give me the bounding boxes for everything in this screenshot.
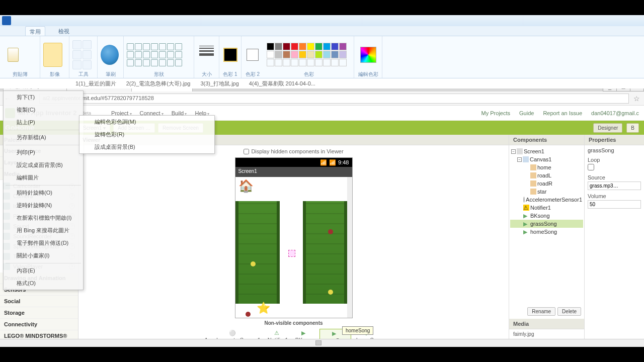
context-menu-item[interactable]: 格式(O): [4, 277, 83, 290]
shape-cell[interactable]: [127, 43, 134, 50]
shape-cell[interactable]: [143, 59, 150, 66]
blocks-button[interactable]: B: [626, 123, 639, 133]
shape-cell[interactable]: [151, 43, 158, 50]
shape-cell[interactable]: [135, 59, 142, 66]
color-swatch-empty[interactable]: [323, 59, 331, 66]
shape-cell[interactable]: [135, 43, 142, 50]
color-swatch[interactable]: [283, 51, 290, 58]
context-menu-item[interactable]: 貼上(P): [4, 116, 83, 129]
shape-cell[interactable]: [167, 43, 174, 50]
color2-swatch[interactable]: [247, 49, 259, 61]
recent-4[interactable]: 4(4)_螢幕剷取 2014-04-0...: [249, 80, 315, 87]
prop-loop-checkbox[interactable]: [588, 164, 594, 170]
shape-cell[interactable]: [175, 51, 182, 58]
color-palette[interactable]: [267, 43, 347, 66]
address-bar[interactable]: ai2.appinventor.mit.edu/#577282079771852…: [39, 94, 629, 104]
tree-grasssong[interactable]: grassSong: [530, 221, 557, 227]
color-swatch[interactable]: [315, 43, 323, 50]
color-swatch-empty[interactable]: [283, 59, 290, 66]
color-swatch[interactable]: [323, 51, 331, 58]
brush-button[interactable]: [101, 45, 119, 65]
edit-colors-button[interactable]: [360, 47, 376, 63]
color-swatch[interactable]: [291, 51, 298, 58]
tab-home[interactable]: 常用: [25, 26, 45, 36]
cat-connectivity[interactable]: Connectivity: [0, 319, 78, 330]
designer-button[interactable]: Designer: [593, 123, 622, 133]
shape-cell[interactable]: [159, 59, 166, 66]
tree-roadr[interactable]: roadR: [537, 180, 552, 187]
context-menu-item[interactable]: 電子郵件圖片傳送(D): [4, 237, 83, 249]
nonvisible-item[interactable]: ▶BKsong: [293, 329, 317, 339]
roadr-sprite[interactable]: [303, 201, 347, 304]
show-hidden-checkbox[interactable]: [244, 149, 249, 154]
color-swatch[interactable]: [299, 43, 306, 50]
color-swatch[interactable]: [307, 51, 314, 58]
color-swatch[interactable]: [307, 43, 314, 50]
tree-canvas1[interactable]: Canvas1: [530, 156, 551, 162]
color1-swatch[interactable]: [223, 48, 237, 62]
tab-view[interactable]: 檢視: [54, 26, 73, 36]
delete-button[interactable]: Delete: [557, 307, 581, 316]
context-menu-item[interactable]: 關於小畫家(I): [4, 249, 83, 262]
shape-cell[interactable]: [143, 51, 150, 58]
shape-cell[interactable]: [135, 51, 142, 58]
shape-cell[interactable]: [159, 43, 166, 50]
context-menu-item[interactable]: 另存新檔(A): [4, 131, 83, 144]
color-swatch[interactable]: [283, 43, 290, 50]
paint-app-icon[interactable]: [2, 16, 11, 25]
cat-lego[interactable]: LEGO® MINDSTORMS®: [0, 330, 78, 339]
shape-cell[interactable]: [175, 43, 182, 50]
color-swatch-empty[interactable]: [267, 59, 274, 66]
context-menu-item[interactable]: 編輯圖片: [4, 171, 83, 184]
select-button[interactable]: [43, 43, 62, 67]
shape-cell[interactable]: [151, 51, 158, 58]
shape-cell[interactable]: [167, 51, 174, 58]
cat-storage[interactable]: Storage: [0, 307, 78, 319]
context-menu-item[interactable]: 順時針旋轉(O): [4, 187, 83, 199]
tree-notifier[interactable]: Notifier1: [530, 205, 551, 211]
nonvisible-item[interactable]: ⚠Notifier1: [266, 329, 290, 339]
link-report[interactable]: Report an Issue: [543, 110, 582, 116]
prop-source-input[interactable]: [588, 182, 641, 190]
context-submenu-item[interactable]: 設成桌面背景(B): [79, 141, 214, 153]
color-swatch[interactable]: [339, 43, 347, 50]
context-submenu-item[interactable]: 旋轉色彩(R): [79, 128, 214, 141]
media-item-1[interactable]: faimly.jpg: [509, 329, 584, 339]
recent-2[interactable]: 2(2)_電流急急棒(大哥).jpg: [126, 80, 191, 87]
color-swatch-empty[interactable]: [331, 59, 339, 66]
tree-accel[interactable]: AccelerometerSensor1: [526, 197, 582, 203]
prop-volume-input[interactable]: [588, 200, 641, 209]
paste-button[interactable]: [3, 42, 23, 68]
canvas-selection[interactable]: [288, 250, 295, 257]
context-menu-item[interactable]: 列印(P): [4, 146, 83, 159]
context-menu-item[interactable]: 複製(C): [4, 104, 83, 116]
home-sprite[interactable]: 🏠: [238, 179, 254, 193]
tree-homesong[interactable]: homeSong: [530, 229, 557, 235]
context-submenu[interactable]: 編輯色彩色調(M)旋轉色彩(R)設成桌面背景(B): [79, 115, 215, 154]
color-swatch[interactable]: [267, 51, 274, 58]
shape-cell[interactable]: [151, 59, 158, 66]
nonvisible-item[interactable]: ⚪AccelerometerSensor1: [202, 329, 263, 339]
color-swatch[interactable]: [275, 51, 282, 58]
context-menu-item[interactable]: 在新索引標籤中開啟(I): [4, 212, 83, 224]
color-swatch[interactable]: [331, 43, 339, 50]
recent-1[interactable]: 1(1)_最近的圖片: [75, 80, 116, 87]
context-menu-item[interactable]: 設定成桌面背景(B): [4, 159, 83, 171]
shape-cell[interactable]: [143, 43, 150, 50]
shape-cell[interactable]: [127, 59, 134, 66]
context-menu-item[interactable]: 剪下(T): [4, 91, 83, 104]
context-menu[interactable]: 剪下(T)複製(C)貼上(P)另存新檔(A)列印(P)設定成桌面背景(B)編輯圖…: [3, 90, 84, 290]
context-menu-item[interactable]: 逆時針旋轉(N): [4, 199, 83, 212]
color-swatch[interactable]: [267, 43, 274, 50]
expand-icon[interactable]: −: [511, 149, 516, 154]
color-swatch-empty[interactable]: [275, 59, 282, 66]
color-swatch[interactable]: [323, 43, 331, 50]
shape-cell[interactable]: [127, 51, 134, 58]
shapes-gallery[interactable]: [127, 43, 182, 66]
tree-bksong[interactable]: BKsong: [530, 213, 550, 219]
color-swatch[interactable]: [339, 51, 347, 58]
phone-canvas[interactable]: 🏠 ⭐: [235, 177, 352, 318]
context-submenu-item[interactable]: 編輯色彩色調(M): [79, 116, 214, 128]
color-swatch-empty[interactable]: [339, 59, 347, 66]
link-account[interactable]: dan04017@gmail.c: [591, 110, 639, 116]
